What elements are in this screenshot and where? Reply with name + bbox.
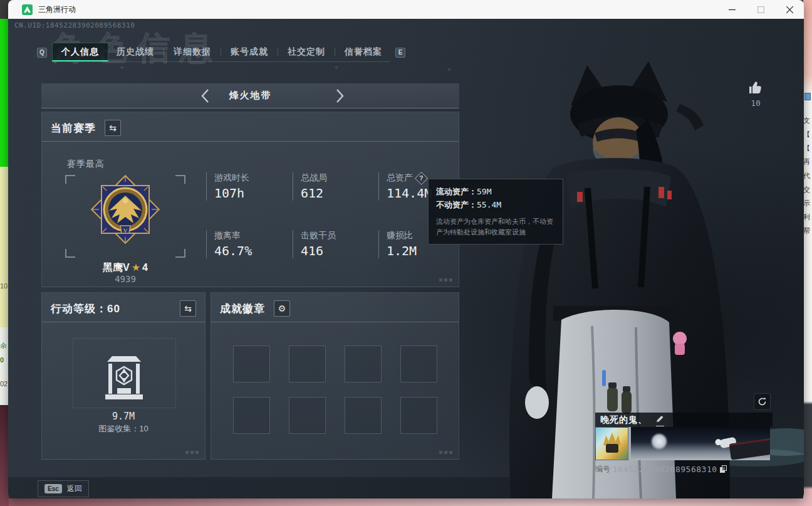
badges-panel-title: 成就徽章 xyxy=(220,302,265,316)
tab-bar: Q 个人信息 历史战绩 详细数据 账号成就 社交定制 信誉档案 E xyxy=(37,43,405,62)
back-label: 返回 xyxy=(67,483,82,494)
window-titlebar: 三角洲行动 xyxy=(8,0,804,19)
rotate-view-button[interactable] xyxy=(754,393,771,410)
badge-slot[interactable] xyxy=(289,345,326,382)
tab-personal-info[interactable]: 个人信息 xyxy=(52,43,108,61)
bg-text-fragment: 02 xyxy=(0,380,9,387)
esc-keycap: Esc xyxy=(44,484,62,493)
stat-extraction-rate: 撤离率 46.7% xyxy=(206,230,288,258)
rank-medal-icon: V xyxy=(90,172,161,252)
collection-value: 9.7M xyxy=(42,411,205,422)
operation-level-panel: 行动等级：60 ⇆ xyxy=(41,292,206,460)
display-case-icon xyxy=(103,354,145,404)
achievement-badges-panel: 成就徽章 ⚙ xyxy=(211,292,459,460)
background-window-strip-right xyxy=(803,0,812,506)
swap-icon: ⇆ xyxy=(109,123,117,133)
tab-reputation[interactable]: 信誉档案 xyxy=(336,43,390,61)
background-doc-icon xyxy=(804,93,811,100)
level-swap-button[interactable]: ⇆ xyxy=(180,300,196,317)
svg-text:V: V xyxy=(123,228,128,234)
namecard-banner[interactable] xyxy=(631,427,770,460)
assets-help-icon[interactable]: ? xyxy=(415,171,428,184)
panel-corner-dots xyxy=(439,451,452,454)
window-title: 三角洲行动 xyxy=(38,4,76,15)
tab-achievements[interactable]: 账号成就 xyxy=(222,43,276,61)
player-namecard: 晚死的鬼、 编号 184522839020895 xyxy=(595,413,773,475)
badge-slot[interactable] xyxy=(289,397,326,434)
plus-decoration: + xyxy=(334,63,339,72)
tab-separator xyxy=(221,48,221,56)
carousel-prev-icon[interactable] xyxy=(197,88,213,103)
player-id: 18452283902089568310 xyxy=(613,465,717,474)
player-avatar[interactable] xyxy=(595,427,628,460)
key-hint-e: E xyxy=(395,48,405,58)
panel-corner-dots xyxy=(439,278,452,282)
tab-social[interactable]: 社交定制 xyxy=(279,43,333,61)
screen: 10 余 0 02 文 【 【 再 代 交 示 利 帮 三角洲行动 xyxy=(0,0,812,506)
stat-operators-defeated: 击败干员 416 xyxy=(293,230,374,258)
refresh-icon xyxy=(757,397,767,406)
badge-slot[interactable] xyxy=(233,397,270,434)
bg-text-fragment: 余 xyxy=(0,341,9,351)
player-name: 晚死的鬼、 xyxy=(600,414,647,426)
edit-name-icon[interactable] xyxy=(656,414,664,426)
season-best-label: 赛季最高 xyxy=(67,159,105,170)
badge-slot[interactable] xyxy=(400,397,437,434)
bg-text-fragment: 0 xyxy=(0,356,9,364)
player-id-label: 编号 xyxy=(595,464,610,475)
badge-slot[interactable] xyxy=(233,345,270,382)
background-window-strip-green xyxy=(0,19,9,167)
badges-settings-button[interactable]: ⚙ xyxy=(274,300,290,317)
current-season-panel: 当前赛季 ⇆ 赛季最高 xyxy=(41,112,459,287)
background-window-strip-white xyxy=(0,327,9,405)
assets-tooltip: 流动资产：59M 不动资产：55.4M 流动资产为仓库资产和哈夫币，不动资产为特… xyxy=(428,179,563,245)
badge-slot[interactable] xyxy=(345,345,382,382)
season-swap-button[interactable]: ⇆ xyxy=(105,120,121,136)
player-id-row: 编号 18452283902089568310 xyxy=(595,464,773,475)
stat-total-matches: 总战局 612 xyxy=(293,172,374,201)
minimize-button[interactable] xyxy=(717,0,746,19)
tab-history[interactable]: 历史战绩 xyxy=(108,43,162,61)
stat-playtime: 游戏时长 107h xyxy=(206,172,288,201)
bg-text-fragment: 10 xyxy=(0,282,9,290)
badge-slot-grid xyxy=(233,345,437,434)
banner-moon xyxy=(651,433,667,450)
tab-detail-data[interactable]: 详细数据 xyxy=(165,43,219,61)
background-window-strip-yellow xyxy=(0,167,9,327)
rank-points: 4939 xyxy=(65,274,185,284)
season-panel-title: 当前赛季 xyxy=(51,121,96,135)
tab-separator xyxy=(278,48,278,56)
level-panel-title: 行动等级：60 xyxy=(51,302,120,316)
panel-corner-dots xyxy=(185,451,199,454)
app-logo-icon xyxy=(22,4,33,15)
back-button[interactable]: Esc 返回 xyxy=(38,480,89,497)
plus-decoration: + xyxy=(447,65,452,74)
collection-count: 图鉴收集：10 xyxy=(42,423,205,435)
badge-slot[interactable] xyxy=(400,345,437,382)
plus-decoration: + xyxy=(120,63,125,72)
rank-name: 黑鹰V★4 xyxy=(65,261,185,275)
maximize-button[interactable] xyxy=(746,0,775,19)
background-text-column: 文 【 【 再 代 交 示 利 帮 xyxy=(803,116,811,236)
tab-separator xyxy=(164,48,164,56)
game-content: CN.UID:18452283902089568310 角色信息 + + + Q… xyxy=(8,19,804,498)
background-bottom-strip xyxy=(9,498,803,506)
carousel-next-icon[interactable] xyxy=(331,88,348,103)
likes-count: 10 xyxy=(746,98,765,108)
likes-widget[interactable]: 10 xyxy=(746,82,765,108)
background-window-strip-maroon xyxy=(0,405,9,506)
namecard-header: 晚死的鬼、 xyxy=(595,413,773,427)
key-hint-q: Q xyxy=(37,48,47,58)
swap-icon: ⇆ xyxy=(184,303,192,314)
copy-id-icon[interactable] xyxy=(720,465,727,473)
tab-separator xyxy=(335,48,335,56)
carousel-title: 烽火地带 xyxy=(229,90,272,102)
badge-slot[interactable] xyxy=(345,397,382,434)
mode-carousel: 烽火地带 xyxy=(41,83,459,108)
gear-icon: ⚙ xyxy=(278,303,286,314)
rank-star-icon: ★ xyxy=(132,262,140,273)
close-button[interactable] xyxy=(775,0,804,19)
game-window: 三角洲行动 CN.UID:18452283902089568310 角色信息 +… xyxy=(8,0,804,498)
thumbs-up-icon xyxy=(749,82,763,94)
